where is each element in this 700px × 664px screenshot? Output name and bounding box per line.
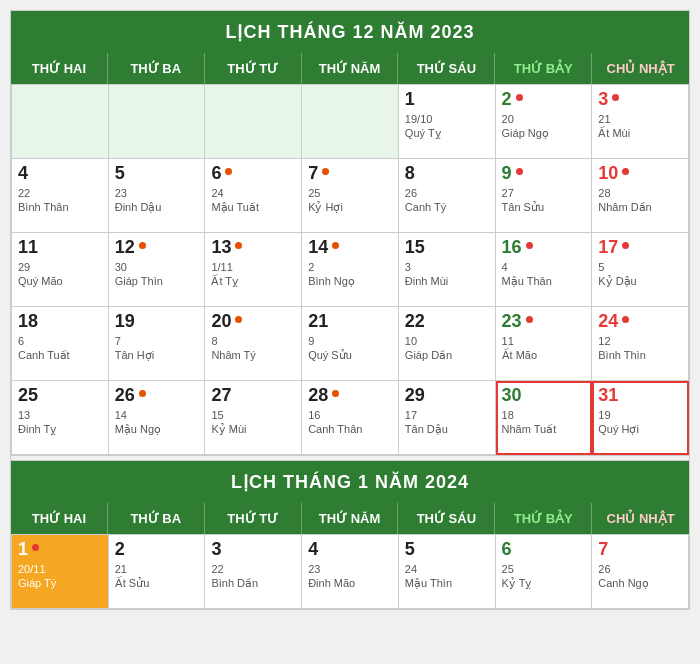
lunar-date: 20 — [502, 113, 586, 125]
day-cell[interactable]: 1028Nhâm Dần — [592, 159, 689, 233]
lunar-date: 30 — [115, 261, 199, 273]
day-cell[interactable]: 826Canh Tý — [399, 159, 496, 233]
day-header-sunday: CHỦ NHẬT — [592, 53, 689, 84]
lunar-name: Canh Thân — [308, 423, 392, 435]
day-cell[interactable]: 2715Kỷ Mùi — [205, 381, 302, 455]
day-number: 7 — [598, 539, 608, 561]
lunar-date: 18 — [502, 409, 586, 421]
day-cell[interactable]: 164Mậu Thân — [496, 233, 593, 307]
day-cell[interactable]: 131/11Ất Tỵ — [205, 233, 302, 307]
day-number: 2 — [115, 539, 125, 561]
day-cell[interactable]: 2513Đinh Tỵ — [12, 381, 109, 455]
lunar-name: Kỷ Hợi — [308, 201, 392, 214]
day-number: 27 — [211, 385, 231, 407]
day-number: 3 — [211, 539, 221, 561]
lunar-date: 29 — [18, 261, 102, 273]
day-cell[interactable]: 186Canh Tuất — [12, 307, 109, 381]
day-cell[interactable]: 2311Ất Mão — [496, 307, 593, 381]
day-header-sunday: CHỦ NHẬT — [592, 503, 689, 534]
lunar-name: Quý Tỵ — [405, 127, 489, 140]
december-header: LỊCH THÁNG 12 NĂM 2023 — [11, 11, 689, 53]
day-number: 4 — [308, 539, 318, 561]
day-number: 15 — [405, 237, 425, 259]
day-cell[interactable]: 2412Bình Thìn — [592, 307, 689, 381]
lunar-name: Bình Dần — [211, 577, 295, 590]
day-number: 3 — [598, 89, 608, 111]
day-cell[interactable]: 153Đinh Mùi — [399, 233, 496, 307]
lunar-date: 9 — [308, 335, 392, 347]
day-cell[interactable]: 524Mậu Thìn — [399, 535, 496, 609]
lunar-name: Ất Mùi — [598, 127, 682, 140]
day-cell[interactable]: 321Ất Mùi — [592, 85, 689, 159]
lunar-date: 19 — [598, 409, 682, 421]
day-number: 5 — [115, 163, 125, 185]
day-cell[interactable]: 725Kỷ Hợi — [302, 159, 399, 233]
day-cell[interactable]: 927Tân Sửu — [496, 159, 593, 233]
day-cell[interactable]: 1230Giáp Thìn — [109, 233, 206, 307]
day-number: 24 — [598, 311, 618, 333]
event-dot — [32, 544, 39, 551]
day-cell[interactable]: 523Đinh Dậu — [109, 159, 206, 233]
lunar-date: 13 — [18, 409, 102, 421]
lunar-name: Đinh Dậu — [115, 201, 199, 214]
lunar-date: 22 — [211, 563, 295, 575]
lunar-date: 17 — [405, 409, 489, 421]
day-cell[interactable] — [12, 85, 109, 159]
lunar-date: 22 — [18, 187, 102, 199]
lunar-date: 15 — [211, 409, 295, 421]
december-grid: 119/10Quý Tỵ220Giáp Ngọ321Ất Mùi422Bình … — [11, 84, 689, 455]
day-cell[interactable]: 120/11Giáp Tý — [12, 535, 109, 609]
day-number: 21 — [308, 311, 328, 333]
day-header-weekday: THỨ TƯ — [205, 53, 302, 84]
day-cell[interactable]: 2816Canh Thân — [302, 381, 399, 455]
day-number: 29 — [405, 385, 425, 407]
day-cell[interactable]: 142Bình Ngọ — [302, 233, 399, 307]
event-dot — [516, 94, 523, 101]
lunar-name: Mậu Thìn — [405, 577, 489, 590]
day-cell[interactable]: 422Bình Thân — [12, 159, 109, 233]
day-cell[interactable]: 423Đinh Mão — [302, 535, 399, 609]
lunar-name: Đinh Tỵ — [18, 423, 102, 436]
day-cell[interactable]: 220Giáp Ngọ — [496, 85, 593, 159]
lunar-name: Mậu Tuất — [211, 201, 295, 214]
day-cell[interactable]: 119/10Quý Tỵ — [399, 85, 496, 159]
day-cell[interactable]: 2614Mậu Ngọ — [109, 381, 206, 455]
day-cell[interactable]: 624Mậu Tuất — [205, 159, 302, 233]
lunar-date: 20/11 — [18, 563, 102, 575]
day-cell[interactable]: 197Tân Hợi — [109, 307, 206, 381]
day-cell[interactable]: 3119Quý Hợi — [592, 381, 689, 455]
lunar-date: 5 — [598, 261, 682, 273]
day-cell[interactable]: 1129Quý Mão — [12, 233, 109, 307]
event-dot — [622, 242, 629, 249]
day-cell[interactable] — [205, 85, 302, 159]
day-cell[interactable]: 3018Nhâm Tuất — [496, 381, 593, 455]
day-cell[interactable]: 175Kỷ Dậu — [592, 233, 689, 307]
day-header-weekday: THỨ HAI — [11, 503, 108, 534]
day-cell[interactable]: 2210Giáp Dần — [399, 307, 496, 381]
day-number: 22 — [405, 311, 425, 333]
lunar-date: 21 — [598, 113, 682, 125]
day-cell[interactable]: 625Kỷ Tỵ — [496, 535, 593, 609]
lunar-date: 24 — [211, 187, 295, 199]
day-cell[interactable] — [302, 85, 399, 159]
day-header-weekday: THỨ SÁU — [398, 53, 495, 84]
event-dot — [322, 168, 329, 175]
day-cell[interactable] — [109, 85, 206, 159]
lunar-date: 7 — [115, 335, 199, 347]
event-dot — [225, 168, 232, 175]
lunar-name: Quý Mão — [18, 275, 102, 287]
lunar-name: Ất Tỵ — [211, 275, 295, 288]
day-cell[interactable]: 322Bình Dần — [205, 535, 302, 609]
event-dot — [235, 242, 242, 249]
lunar-name: Giáp Thìn — [115, 275, 199, 287]
lunar-name: Giáp Ngọ — [502, 127, 586, 140]
day-header-weekday: THỨ TƯ — [205, 503, 302, 534]
day-cell[interactable]: 208Nhâm Tý — [205, 307, 302, 381]
day-cell[interactable]: 219Quý Sửu — [302, 307, 399, 381]
day-number: 1 — [405, 89, 415, 111]
day-cell[interactable]: 726Canh Ngọ — [592, 535, 689, 609]
day-cell[interactable]: 2917Tân Dậu — [399, 381, 496, 455]
lunar-name: Tân Dậu — [405, 423, 489, 436]
calendar-december: LỊCH THÁNG 12 NĂM 2023 THỨ HAITHỨ BATHỨ … — [11, 11, 689, 455]
day-cell[interactable]: 221Ất Sửu — [109, 535, 206, 609]
